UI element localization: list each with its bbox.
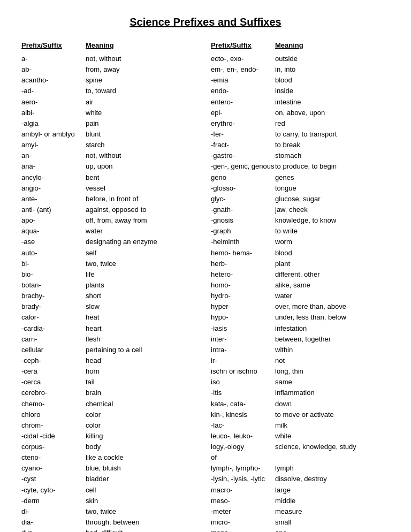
table-row: chlorocolor <box>21 409 200 420</box>
prefix-cell: anti- (ant) <box>21 204 86 215</box>
left-headers: Prefix/Suffix Meaning <box>21 41 200 49</box>
prefix-cell: em-, en-, endo- <box>211 64 275 75</box>
prefix-cell: acantho- <box>21 75 86 86</box>
table-row: anti- (ant)against, opposed to <box>21 204 200 215</box>
meaning-cell: to write <box>275 226 390 237</box>
table-row: logy,-ologyscience, knowledge, study <box>211 442 390 452</box>
prefix-cell: meso- <box>211 496 275 506</box>
meaning-cell: intestine <box>275 97 390 108</box>
prefix-cell: hydro- <box>211 291 275 301</box>
table-row: -fer-to carry, to transport <box>211 129 390 140</box>
prefix-cell: angio- <box>21 183 86 194</box>
table-row: -cerahorn <box>21 366 200 377</box>
prefix-cell: -emia <box>211 75 275 86</box>
meaning-cell: killing <box>86 431 200 442</box>
prefix-cell: ecto-, exo- <box>211 54 275 64</box>
meaning-cell: color <box>86 420 200 431</box>
prefix-cell: -ase <box>21 237 86 247</box>
meaning-cell: in, into <box>275 64 390 75</box>
table-row: homo-alike, same <box>211 280 390 291</box>
meaning-cell: blood <box>275 248 390 259</box>
meaning-cell: life <box>86 269 200 280</box>
table-row: -gnath-jaw, cheek <box>211 204 390 215</box>
meaning-cell: over, more than, above <box>275 301 390 312</box>
table-row: glyc-glucose, sugar <box>211 194 390 204</box>
meaning-cell: blue, bluish <box>86 463 200 474</box>
table-row: -asedesignating an enzyme <box>21 237 200 247</box>
prefix-cell: -cidal -cide <box>21 431 86 442</box>
prefix-cell: dia- <box>21 517 86 528</box>
meaning-cell: off, from, away from <box>86 215 200 226</box>
prefix-cell: erythro- <box>211 118 275 129</box>
table-row: brady-slow <box>21 301 200 312</box>
meaning-cell: within <box>275 345 390 355</box>
table-row: -ceph-head <box>21 355 200 366</box>
table-row: corpus-body <box>21 442 200 452</box>
meaning-cell: white <box>275 431 390 442</box>
meaning-cell: on, above, upon <box>275 108 390 118</box>
table-row: epi-on, above, upon <box>211 108 390 118</box>
table-row: kin-, kinesisto move or activate <box>211 409 390 420</box>
meaning-cell: color <box>86 409 200 420</box>
prefix-cell: -iasis <box>211 323 275 334</box>
prefix-cell: -fract- <box>211 140 275 150</box>
right-half: Prefix/Suffix Meaning ecto-, exo-outside… <box>206 41 390 532</box>
prefix-cell: brachy- <box>21 291 86 301</box>
prefix-cell: epi- <box>211 108 275 118</box>
table-row: -glosso-tongue <box>211 183 390 194</box>
prefix-cell: cyano- <box>21 463 86 474</box>
table-row: em-, en-, endo-in, into <box>211 64 390 75</box>
prefix-cell: leuco-, leuko- <box>211 431 275 442</box>
prefix-cell: botan- <box>21 280 86 291</box>
table-row: chrom-color <box>21 420 200 431</box>
prefix-cell: -cardia- <box>21 323 86 334</box>
table-row: lymph-, lympho-lymph <box>211 463 390 474</box>
prefix-cell: ab- <box>21 64 86 75</box>
prefix-cell: kin-, kinesis <box>211 409 275 420</box>
meaning-cell: two, twice <box>86 259 200 269</box>
meaning-cell: red <box>275 118 390 129</box>
table-row: -itisinflammation <box>211 387 390 398</box>
meaning-cell: outside <box>275 54 390 64</box>
table-row: angio-vessel <box>21 183 200 194</box>
meaning-cell: to break <box>275 140 390 150</box>
meaning-cell: stomach <box>275 150 390 161</box>
table-row: -graphto write <box>211 226 390 237</box>
prefix-cell: dys- <box>21 528 86 532</box>
table-row: ante-before, in front of <box>21 194 200 204</box>
meaning-cell: middle <box>275 496 390 506</box>
meaning-cell: one <box>275 528 390 532</box>
meaning-cell: bad, difficult <box>86 528 200 532</box>
meaning-cell: before, in front of <box>86 194 200 204</box>
table-row: -cidal -cidekilling <box>21 431 200 442</box>
table-row: aero-air <box>21 97 200 108</box>
table-row: meso-middle <box>211 496 390 506</box>
left-half: Prefix/Suffix Meaning a-not, withoutab-f… <box>21 41 206 532</box>
meaning-cell: dissolve, destroy <box>275 474 390 484</box>
table-row: a-not, without <box>21 54 200 64</box>
meaning-cell: designating an enzyme <box>86 237 200 247</box>
meaning-cell: like a cockle <box>86 452 200 463</box>
meaning-cell: pertaining to a cell <box>86 345 200 355</box>
right-headers: Prefix/Suffix Meaning <box>211 41 390 49</box>
meaning-cell: different, other <box>275 269 390 280</box>
left-prefix-header: Prefix/Suffix <box>21 41 86 49</box>
meaning-cell: same <box>275 377 390 387</box>
prefix-cell: endo- <box>211 86 275 96</box>
table-row: genogenes <box>211 172 390 183</box>
meaning-cell: jaw, cheek <box>275 204 390 215</box>
left-meaning-header: Meaning <box>86 41 200 49</box>
prefix-cell: aero- <box>21 97 86 108</box>
prefix-cell: -glosso- <box>211 183 275 194</box>
prefix-cell: -gastro- <box>211 150 275 161</box>
meaning-cell <box>275 452 390 463</box>
prefix-cell: carn- <box>21 334 86 345</box>
prefix-cell: bio- <box>21 269 86 280</box>
left-rows: a-not, withoutab-from, awayacantho-spine… <box>21 54 200 532</box>
meaning-cell: large <box>275 485 390 496</box>
prefix-cell: lymph-, lympho- <box>211 463 275 474</box>
prefix-cell: -cera <box>21 366 86 377</box>
meaning-cell: water <box>275 291 390 301</box>
prefix-cell: herb- <box>211 259 275 269</box>
table-row: aqua-water <box>21 226 200 237</box>
